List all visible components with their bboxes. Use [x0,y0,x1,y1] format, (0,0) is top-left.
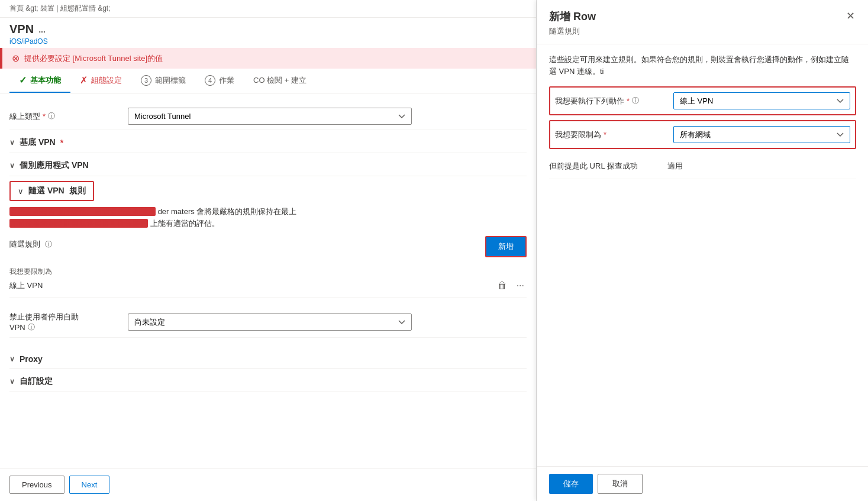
required-mark-base: * [60,138,63,147]
url-probe-label: 但前提是此 URL 探查成功 [549,161,667,172]
action-row: 我想要執行下列動作 * ⓘ 線上 VPN [549,86,856,115]
error-message: 提供必要設定 [Microsoft Tunnel site]的值 [24,53,163,64]
base-vpn-label: 基底 VPN [20,137,56,148]
redacted-text-1: 這些規則將會循序評估。自我這些規則循序 [9,207,156,216]
rule-restrict-value: 線上 VPN [9,280,43,291]
tab-scope-label: 範圍標籤 [155,75,186,86]
on-demand-rules-section: 隨選規則 ⓘ 新增 我想要限制為 線上 VPN 🗑 ··· [9,236,527,298]
desc-text-3: 上能有適當的評估。 [150,219,220,228]
rule-actions: 🗑 ··· [495,279,527,292]
tab-basics-label: 基本功能 [30,75,61,86]
page-subtitle: iOS/iPadOS [9,37,527,46]
x-icon: ✗ [80,75,88,86]
previous-button[interactable]: Previous [9,476,64,494]
tab-config-label: 組態設定 [91,75,122,86]
action-required: * [627,96,630,105]
redacted-text-2: 方後接著您測規則頁底邊展這可確保裝置 [9,219,148,228]
right-panel-subtitle: 隨選規則 [549,26,596,37]
vpn-type-select[interactable]: Microsoft Tunnel [128,108,412,125]
left-panel: 首頁 &gt; 裝置 | 組態配置情 &gt; VPN ... iOS/iPad… [0,0,537,501]
disable-vpn-label: 禁止使用者停用自動 VPN ⓘ [9,312,128,332]
chevron-icon-4: ∨ [9,355,15,363]
main-content: 線上類型 * ⓘ Microsoft Tunnel ∨ 基底 VPN * ∨ 個… [0,93,536,468]
cancel-button[interactable]: 取消 [598,474,643,494]
custom-label: 自訂設定 [20,376,53,387]
rules-label: 規則 [69,186,86,196]
required-mark: * [43,112,46,121]
random-vpn-label: 隨選 VPN [28,186,64,196]
restrict-row: 我想要限制為 * 所有網域 [549,120,856,149]
rule-value-row: 線上 VPN 🗑 ··· [9,279,527,292]
title-ellipsis: ... [38,25,46,34]
title-area: VPN ... iOS/iPadOS [0,18,536,48]
url-probe-value: 適用 [667,161,683,170]
right-panel-header: 新增 Row 隨選規則 ✕ [537,0,868,44]
page-footer: Previous Next [0,468,536,501]
chevron-icon-3: ∨ [18,187,24,196]
disable-vpn-select[interactable]: 尚未設定 [128,313,412,331]
action-label: 我想要執行下列動作 * ⓘ [555,96,673,106]
vpn-type-info-icon[interactable]: ⓘ [48,111,55,121]
tab-tasks-label: 作業 [219,75,234,86]
save-button[interactable]: 儲存 [549,474,593,494]
tab-config[interactable]: ✗ 組態設定 [70,69,131,93]
right-panel: 新增 Row 隨選規則 ✕ 這些設定可用來建立規則。如果符合您的規則，則裝置會執… [537,0,868,501]
tab-tasks[interactable]: 4 作業 [195,69,244,93]
tab-review-label: CO 檢閱 + 建立 [253,75,306,86]
rules-header-row: 隨選規則 ⓘ 新增 [9,236,527,257]
disable-vpn-control: 尚未設定 [128,313,527,331]
chevron-icon-2: ∨ [9,161,15,170]
right-panel-description: 這些設定可用來建立規則。如果符合您的規則，則裝置會執行您選擇的動作，例如建立隨選… [549,54,856,77]
vpn-type-row: 線上類型 * ⓘ Microsoft Tunnel [9,103,527,130]
restrict-control: 所有網域 [673,126,850,143]
on-demand-rules-label: 隨選規則 [9,239,40,250]
right-panel-title: 新增 Row [549,9,596,24]
tab-review[interactable]: CO 檢閱 + 建立 [244,69,316,93]
disable-vpn-info-icon[interactable]: ⓘ [28,322,35,332]
restrict-required: * [604,130,606,139]
custom-section[interactable]: ∨ 自訂設定 [9,369,527,392]
error-banner: ⊗ 提供必要設定 [Microsoft Tunnel site]的值 [0,48,536,69]
restrict-label: 我想要限制為 * [555,130,673,140]
action-info-icon[interactable]: ⓘ [632,96,639,106]
disable-vpn-row: 禁止使用者停用自動 VPN ⓘ 尚未設定 [9,307,527,338]
more-options-button[interactable]: ··· [514,279,527,292]
error-icon: ⊗ [12,53,20,64]
next-button[interactable]: Next [69,476,110,494]
rules-header: 隨選規則 ⓘ [9,239,52,250]
tab-scope[interactable]: 3 範圍標籤 [131,69,195,93]
action-control: 線上 VPN [673,92,850,109]
chevron-icon: ∨ [9,138,15,147]
right-panel-footer: 儲存 取消 [537,466,868,501]
action-select[interactable]: 線上 VPN [673,92,850,109]
add-rule-button[interactable]: 新增 [485,236,527,257]
right-panel-content: 這些設定可用來建立規則。如果符合您的規則，則裝置會執行您選擇的動作，例如建立隨選… [537,44,868,466]
url-probe-control: 適用 [667,161,856,172]
per-app-vpn-label: 個別應用程式 VPN [20,160,89,171]
proxy-section[interactable]: ∨ Proxy [9,347,527,369]
restrict-select[interactable]: 所有網域 [673,126,850,143]
vpn-type-control: Microsoft Tunnel [128,108,527,125]
url-probe-row: 但前提是此 URL 探查成功 適用 [549,154,856,179]
random-vpn-header[interactable]: ∨ 隨選 VPN 規則 [9,181,94,201]
tabs-bar: ✓ 基本功能 ✗ 組態設定 3 範圍標籤 4 作業 CO 檢閱 + 建立 [0,69,536,93]
close-panel-button[interactable]: ✕ [845,9,856,22]
tab-scope-number: 3 [141,75,151,86]
right-panel-title-area: 新增 Row 隨選規則 [549,9,596,37]
rule-item: 我想要限制為 線上 VPN 🗑 ··· [9,262,527,298]
rule-restrict-label: 我想要限制為 [9,267,527,277]
per-app-vpn-section[interactable]: ∨ 個別應用程式 VPN [9,153,527,176]
base-vpn-section[interactable]: ∨ 基底 VPN * [9,130,527,153]
delete-rule-button[interactable]: 🗑 [495,279,509,292]
tab-basics[interactable]: ✓ 基本功能 [9,69,70,93]
random-vpn-description: 這些規則將會循序評估。自我這些規則循序 der maters 會將最嚴格的規則保… [9,206,527,229]
check-icon: ✓ [19,75,27,86]
page-title: VPN [9,22,34,36]
desc-text-2: der maters 會將最嚴格的規則保持在最上 [158,207,297,216]
breadcrumb: 首頁 &gt; 裝置 | 組態配置情 &gt; [0,0,536,18]
proxy-label: Proxy [20,354,43,364]
chevron-icon-5: ∨ [9,377,15,386]
tab-tasks-number: 4 [205,75,215,86]
vpn-type-label: 線上類型 * ⓘ [9,111,128,122]
on-demand-info-icon[interactable]: ⓘ [45,240,52,250]
